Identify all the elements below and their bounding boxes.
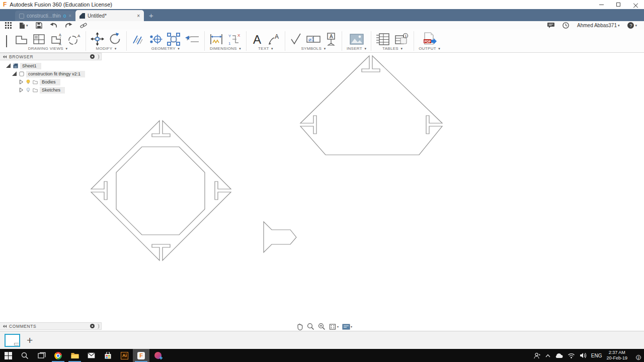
undo-button[interactable] bbox=[50, 23, 57, 29]
toolbar-drag-handle[interactable] bbox=[6, 35, 7, 47]
panel-options-icon[interactable] bbox=[90, 54, 95, 59]
rotate-button[interactable] bbox=[108, 32, 122, 46]
panel-resize-grip[interactable] bbox=[97, 54, 99, 59]
collapse-panel-icon[interactable] bbox=[3, 55, 7, 58]
pan-button[interactable] bbox=[296, 323, 303, 330]
detail-view-button[interactable]: A bbox=[67, 33, 81, 46]
move-button[interactable] bbox=[91, 32, 104, 46]
panel-resize-grip[interactable] bbox=[97, 324, 99, 329]
surface-texture-button[interactable] bbox=[290, 33, 302, 46]
diamond-plate-with-t-slots[interactable] bbox=[91, 121, 231, 260]
center-mark-button[interactable] bbox=[148, 33, 163, 46]
chrome-taskbar-icon[interactable] bbox=[50, 349, 66, 362]
visibility-bulb-off-icon[interactable] bbox=[26, 87, 31, 93]
table-button[interactable] bbox=[376, 33, 390, 46]
tree-item-sketches[interactable]: Sketches bbox=[0, 86, 85, 94]
share-link-icon[interactable] bbox=[80, 22, 87, 29]
inner-octagon-cutout[interactable] bbox=[116, 147, 205, 235]
add-sheet-button[interactable]: + bbox=[27, 335, 33, 345]
ribbon-group-label[interactable]: OUTPUT ▾ bbox=[419, 46, 440, 51]
centerline-button[interactable] bbox=[131, 33, 144, 46]
collapse-panel-icon[interactable] bbox=[3, 325, 7, 328]
ribbon-group-label[interactable]: MODIFY ▾ bbox=[91, 46, 122, 51]
grid-settings-menu[interactable]: ▾ bbox=[329, 323, 339, 330]
drawing-canvas[interactable]: BROWSER Sheet1 construction fit thingy v… bbox=[0, 53, 644, 331]
volume-tray-icon[interactable] bbox=[580, 352, 587, 358]
notification-clock-icon[interactable] bbox=[562, 22, 569, 29]
tab-close-icon[interactable]: × bbox=[68, 13, 71, 19]
doc-tab-construction-fit-thingy[interactable]: constructi...thingy v2 × bbox=[15, 11, 75, 21]
tree-item-sheet1[interactable]: Sheet1 bbox=[0, 62, 85, 70]
expanded-arrow-icon[interactable] bbox=[6, 63, 11, 68]
redo-button[interactable] bbox=[65, 23, 72, 29]
job-status-icon[interactable] bbox=[547, 23, 554, 28]
comments-panel-header[interactable]: COMMENTS bbox=[0, 322, 102, 330]
feature-control-frame-button[interactable]: ⌀1 bbox=[306, 33, 321, 46]
minimize-button[interactable] bbox=[593, 0, 610, 9]
tree-item-component[interactable]: construction fit thingy v2:1 bbox=[0, 70, 85, 78]
text-button[interactable]: A bbox=[251, 33, 263, 46]
tree-item-label[interactable]: Bodies bbox=[40, 79, 60, 85]
section-view-button[interactable]: AA bbox=[50, 33, 63, 46]
language-indicator[interactable]: ENG bbox=[591, 353, 602, 358]
arrow-connector-part[interactable] bbox=[264, 222, 296, 252]
start-button[interactable] bbox=[0, 349, 17, 362]
ribbon-group-label[interactable]: SYMBOLS ▾ bbox=[290, 46, 337, 51]
mail-taskbar-icon[interactable] bbox=[83, 349, 100, 362]
parts-list-button[interactable]: 1 bbox=[394, 33, 409, 46]
visibility-bulb-on-icon[interactable] bbox=[26, 79, 31, 84]
taskbar-search-button[interactable] bbox=[17, 349, 33, 362]
ribbon-group-label[interactable]: GEOMETRY ▾ bbox=[131, 46, 200, 51]
edge-extension-button[interactable] bbox=[185, 33, 200, 46]
tree-item-bodies[interactable]: Bodies bbox=[0, 78, 85, 86]
ribbon-group-label[interactable]: TABLES ▾ bbox=[376, 46, 409, 51]
collapsed-arrow-icon[interactable] bbox=[19, 79, 24, 84]
zoom-window-button[interactable] bbox=[318, 323, 326, 330]
show-hidden-icons-chevron[interactable] bbox=[545, 354, 550, 357]
expanded-arrow-icon[interactable] bbox=[12, 71, 17, 76]
restore-button[interactable] bbox=[610, 0, 627, 9]
help-menu[interactable]: ? ▾ bbox=[627, 22, 637, 29]
insert-image-button[interactable] bbox=[349, 33, 364, 46]
task-view-button[interactable] bbox=[33, 349, 50, 362]
fusion-360-taskbar-icon[interactable]: F bbox=[133, 349, 149, 362]
ribbon-group-label[interactable]: DIMENSIONS ▾ bbox=[209, 46, 242, 51]
zoom-button[interactable] bbox=[307, 323, 314, 330]
people-tray-icon[interactable] bbox=[534, 352, 541, 359]
tree-item-label[interactable]: Sketches bbox=[40, 87, 65, 94]
paint-3d-taskbar-icon[interactable] bbox=[149, 349, 166, 362]
browser-panel-header[interactable]: BROWSER bbox=[0, 53, 102, 60]
app-grid-icon[interactable] bbox=[5, 22, 12, 29]
sheet1-thumbnail-tab[interactable] bbox=[5, 334, 20, 347]
panel-options-icon[interactable] bbox=[90, 324, 95, 328]
microsoft-store-taskbar-icon[interactable] bbox=[100, 349, 116, 362]
ribbon-group-label[interactable]: DRAWING VIEWS ▾ bbox=[15, 46, 81, 51]
tab-close-icon[interactable]: × bbox=[137, 13, 140, 19]
datum-identifier-button[interactable]: A bbox=[325, 32, 337, 46]
ribbon-group-label[interactable]: INSERT ▾ bbox=[347, 46, 366, 51]
base-view-button[interactable] bbox=[15, 33, 28, 46]
dimension-button[interactable] bbox=[209, 33, 223, 46]
center-mark-pattern-button[interactable] bbox=[167, 33, 181, 46]
ordinate-dimension-button[interactable]: YX1 bbox=[227, 33, 242, 46]
leader-text-button[interactable]: A bbox=[267, 33, 280, 46]
file-explorer-taskbar-icon[interactable] bbox=[66, 349, 83, 362]
output-pdf-button[interactable]: PDF bbox=[423, 32, 437, 46]
close-button[interactable] bbox=[627, 0, 644, 9]
illustrator-taskbar-icon[interactable]: Ai bbox=[116, 349, 133, 362]
tree-item-label[interactable]: Sheet1 bbox=[20, 63, 41, 69]
collapsed-arrow-icon[interactable] bbox=[19, 87, 24, 93]
user-account-menu[interactable]: Ahmed Abbas371 ▾ bbox=[577, 23, 619, 28]
onedrive-tray-icon[interactable] bbox=[555, 353, 563, 358]
pentagon-plate-with-t-slots[interactable] bbox=[300, 56, 442, 155]
projected-view-button[interactable] bbox=[32, 33, 46, 46]
tree-item-label[interactable]: construction fit thingy v2:1 bbox=[26, 71, 85, 77]
display-settings-menu[interactable]: ▾ bbox=[342, 323, 352, 330]
action-center-button[interactable]: 2 bbox=[632, 352, 640, 359]
save-button[interactable] bbox=[36, 22, 42, 29]
doc-tab-untitled[interactable]: Untitled* × bbox=[75, 10, 144, 21]
file-menu-button[interactable]: ▾ bbox=[19, 22, 28, 29]
taskbar-clock[interactable]: 2:37 AM 20-Feb-19 bbox=[606, 350, 627, 361]
ribbon-group-label[interactable]: TEXT ▾ bbox=[251, 46, 280, 51]
wifi-tray-icon[interactable] bbox=[568, 353, 575, 358]
